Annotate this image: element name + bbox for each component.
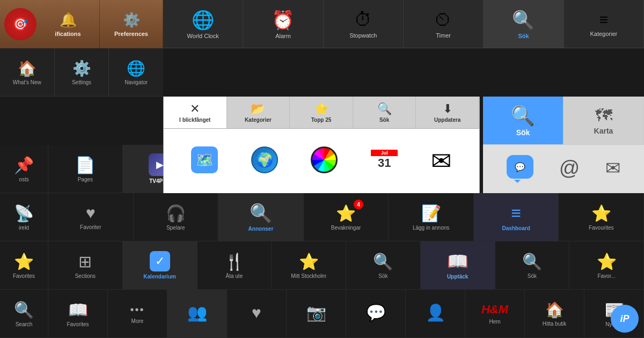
favor2-button[interactable]: ⭐ Favor... (569, 241, 644, 289)
whats-new-button[interactable]: 🏠 What's New (0, 48, 55, 96)
home-icon: 🏠 (18, 60, 36, 77)
tab-uppdatera[interactable]: ⬇ Uppdatera (416, 97, 479, 128)
camera-button[interactable]: 📷 (287, 290, 346, 337)
mitt-stockholm-label: Mitt Stockholm (291, 273, 326, 279)
hem-button[interactable]: H&M Hem (465, 290, 525, 337)
headphone-icon: 🎧 (166, 204, 186, 223)
settings-button[interactable]: ⚙️ Settings (55, 48, 109, 96)
more-label: More (131, 318, 144, 324)
rp-message-button[interactable]: 💬 (507, 155, 533, 183)
right-panel-content: 💬 @ ✉ (483, 145, 644, 193)
upptack-button[interactable]: 📖 Upptäck (421, 241, 495, 289)
search7-icon: 🔍 (522, 252, 542, 271)
favorites-button[interactable]: ⭐ Favorites (0, 241, 48, 289)
contact-icon: 👤 (426, 303, 445, 322)
popup-calendar-app[interactable]: Jul 31 (371, 146, 398, 175)
dashboard-label: Dashboard (502, 225, 530, 231)
rp-envelope-button[interactable]: ✉ (605, 157, 620, 181)
sok4-button[interactable]: 🔍 Sök (346, 241, 421, 289)
kategorier-label: Kategorier (245, 117, 272, 123)
hitta-butik-button[interactable]: 🏠 Hitta butik (525, 290, 584, 337)
dashboard-icon: ≡ (511, 203, 521, 223)
dashboard-button[interactable]: ≡ Dashboard (474, 193, 559, 241)
rp-at-button[interactable]: @ (559, 157, 580, 182)
navigator-icon: 🌐 (127, 60, 145, 77)
tab-sok[interactable]: 🔍 Sök (353, 97, 416, 128)
map-icon: 🗺 (595, 106, 612, 126)
store-icon: 🏠 (545, 301, 564, 319)
alarm-button[interactable]: ⏰ Alarm (243, 0, 323, 48)
globe-icon: 🌍 (251, 146, 278, 173)
tab-i-blickfanget[interactable]: ✕ I blickfånget (164, 97, 227, 128)
bevakningar-badge: 4 (354, 200, 363, 209)
alarm-label: Alarm (275, 33, 291, 39)
sok5-button[interactable]: 🔍 Sök (495, 241, 570, 289)
tab-karta[interactable]: 🗺 Karta (564, 97, 644, 144)
lagg-in-button[interactable]: 📝 Lägg in annons (389, 193, 474, 241)
sections-button[interactable]: ⊞ Sections (48, 241, 123, 289)
preferences-button[interactable]: ⚙️ Preferences (100, 0, 163, 48)
heart3-icon: ♥ (252, 304, 261, 322)
bevakningar-label: Bevakningar (331, 225, 361, 231)
top-left-panel: 🎯 🔔 ifications ⚙️ Preferences (0, 0, 163, 48)
ata-ute-button[interactable]: 🍴 Äta ute (197, 241, 272, 289)
favourites-button[interactable]: ⭐ Favourites (559, 193, 644, 241)
contacts-button[interactable]: 👤 (406, 290, 465, 337)
search-bottom-label: Search (16, 321, 33, 327)
more-button[interactable]: ••• More (108, 290, 167, 337)
uppdatera-label: Uppdatera (434, 117, 460, 123)
navigator-button[interactable]: 🌐 Navigator (109, 48, 163, 96)
colorwheel-icon (311, 146, 338, 173)
tab-topp25[interactable]: ⭐ Topp 25 (290, 97, 353, 128)
notifications-button[interactable]: 🔔 ifications (36, 0, 100, 48)
timer-button[interactable]: ⏲ Timer (404, 0, 484, 48)
popup-tabs: ✕ I blickfånget 📂 Kategorier ⭐ Topp 25 🔍… (164, 97, 479, 129)
sok2-label: Sök (379, 117, 389, 123)
world-clock-button[interactable]: 🌐 World Clock (163, 0, 243, 48)
kalendarium-button[interactable]: ✓ Kalendarium (123, 241, 197, 289)
spelare-button[interactable]: 🎧 Spelare (134, 193, 219, 241)
favourites-label: Favourites (589, 225, 614, 231)
stopwatch-button[interactable]: ⏱ Stopwatch (324, 0, 404, 48)
sok-label: Sök (518, 33, 529, 39)
notification-icon: 🔔 (60, 12, 77, 28)
app-logo: 🎯 (4, 8, 36, 40)
right-panel-tabs: 🔍 Sök 🗺 Karta (483, 97, 644, 145)
favorites4-label: Favorites (67, 321, 89, 327)
navigator-label: Navigator (125, 79, 148, 85)
popup-envelope-app[interactable]: ✉ (431, 146, 452, 175)
row-kalendarium: ⭐ Favorites ⊞ Sections ✓ Kalendarium 🍴 Ä… (0, 241, 644, 290)
alarm-icon: ⏰ (272, 9, 294, 31)
sok-button[interactable]: 🔍 Sök (484, 0, 564, 48)
favorites-label: Favorites (13, 273, 35, 279)
tab-kategorier[interactable]: 📂 Kategorier (227, 97, 290, 128)
favorites4-button[interactable]: 📖 Favorites (48, 290, 108, 337)
search-bottom-button[interactable]: 🔍 Search (0, 290, 48, 337)
karta-label: Karta (594, 127, 613, 135)
more-icon: ••• (130, 304, 144, 316)
message2-icon: 💬 (366, 303, 386, 322)
popup-maps-app[interactable]: 🗺️ (191, 146, 218, 175)
message-bottom-button[interactable]: 💬 (346, 290, 406, 337)
direkt-button[interactable]: 📡 irekt (0, 193, 48, 241)
posts-button[interactable]: 📌 osts (0, 145, 48, 193)
tab-sok-right[interactable]: 🔍 Sök (483, 97, 564, 144)
heart-bottom-button[interactable]: ♥ (227, 290, 287, 337)
bevakningar-button[interactable]: ⭐ 4 Bevakningar (304, 193, 389, 241)
popup-colorwheel-app[interactable] (311, 146, 338, 175)
people-button[interactable]: 👥 (167, 290, 227, 337)
screen: 🎯 🔔 ifications ⚙️ Preferences 🌐 World Cl… (0, 0, 644, 338)
kategorier-top-button[interactable]: ≡ Kategorier (564, 0, 644, 48)
pages-button[interactable]: 📄 Pages (48, 145, 123, 193)
annonser-button[interactable]: 🔍 Annonser (218, 193, 304, 241)
mitt-stockholm-button[interactable]: ⭐ Mitt Stockholm (272, 241, 346, 289)
notifications-label: ifications (55, 31, 80, 37)
favoriter2-button[interactable]: ♥ Favoriter (48, 193, 134, 241)
world-clock-icon: 🌐 (192, 9, 214, 31)
sok5-label: Sök (528, 273, 537, 279)
ip-logo-text: iP (620, 313, 629, 325)
popup-globe-app[interactable]: 🌍 (251, 146, 278, 175)
sok4-label: Sök (378, 273, 387, 279)
lagg-in-label: Lägg in annons (413, 225, 449, 231)
direkt-label: irekt (19, 225, 29, 231)
